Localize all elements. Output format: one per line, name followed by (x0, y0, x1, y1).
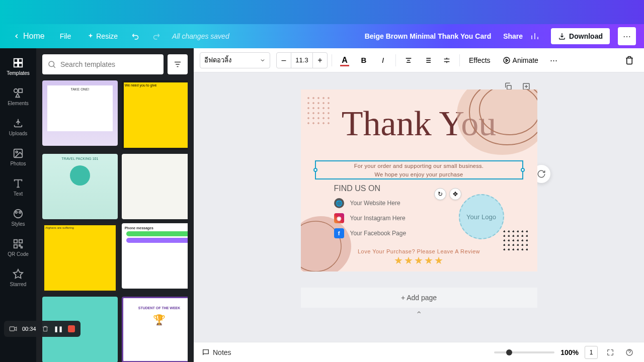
zoom-percentage[interactable]: 100% (560, 348, 579, 356)
facebook-row[interactable]: f Your Facebook Page (334, 228, 407, 238)
align-icon (405, 56, 413, 64)
move-button[interactable]: ✥ (449, 188, 461, 200)
zoom-slider[interactable] (494, 351, 554, 353)
add-page-button[interactable]: + Add page (301, 288, 537, 308)
page-indicator[interactable]: 1 (585, 346, 598, 359)
rotate-button[interactable]: ↻ (434, 188, 446, 200)
svg-rect-10 (19, 239, 22, 242)
text-icon (13, 178, 24, 189)
stop-recording-button[interactable] (67, 325, 75, 333)
template-thumbnail[interactable]: Afghans are suffering (42, 223, 118, 293)
svg-rect-3 (19, 63, 22, 66)
undo-button[interactable] (128, 28, 144, 44)
fullscreen-button[interactable] (604, 346, 617, 359)
text-tab[interactable]: Text (2, 173, 34, 201)
svg-rect-13 (21, 246, 23, 248)
svg-rect-9 (14, 239, 17, 242)
pause-recording-button[interactable]: ❚❚ (54, 325, 62, 333)
sparkle-icon (87, 33, 94, 40)
svg-rect-19 (10, 327, 14, 331)
download-button[interactable]: Download (551, 28, 610, 44)
element-controls: ↻ ✥ (434, 188, 461, 200)
svg-rect-12 (19, 244, 21, 246)
star-icon (13, 268, 24, 280)
starred-tab[interactable]: Starred (2, 263, 34, 292)
star-rating[interactable]: ★★★★★ (301, 254, 537, 266)
redo-icon (151, 32, 160, 41)
search-box[interactable] (42, 54, 164, 74)
templates-icon (13, 57, 24, 68)
help-button[interactable] (623, 346, 636, 359)
home-button[interactable]: Home (8, 29, 50, 44)
delete-recording-button[interactable] (41, 325, 49, 333)
social-list: 🌐 Your Website Here ◉ Your Instagram Her… (334, 198, 407, 238)
photos-icon (13, 148, 24, 159)
globe-icon: 🌐 (334, 198, 344, 208)
decorative-dots (306, 96, 330, 126)
svg-rect-5 (19, 88, 22, 92)
font-selector[interactable]: อีฟดอวลิ้ง (200, 52, 270, 68)
website-row[interactable]: 🌐 Your Website Here (334, 198, 407, 208)
canvas-area[interactable]: Thank You For your order and supporting … (194, 72, 644, 342)
text-color-button[interactable]: A (336, 52, 353, 68)
elements-icon (13, 87, 24, 99)
italic-button[interactable]: I (374, 52, 391, 68)
uploads-icon (13, 118, 24, 129)
search-input[interactable] (60, 60, 158, 68)
animate-button[interactable]: Animate (498, 52, 543, 68)
styles-tab[interactable]: Styles (2, 203, 34, 231)
fullscreen-icon (606, 348, 614, 356)
analytics-button[interactable] (527, 28, 543, 44)
svg-rect-11 (14, 244, 17, 247)
subtitle-text[interactable]: For your order and supporting our small … (301, 162, 537, 178)
page-chevron[interactable]: ⌃ (194, 308, 644, 321)
redo-button[interactable] (148, 28, 164, 44)
svg-rect-0 (14, 58, 18, 62)
font-size-increase[interactable]: + (313, 53, 327, 68)
chevron-down-icon (260, 57, 266, 63)
align-button[interactable] (400, 52, 417, 68)
template-thumbnail[interactable]: TAKE ONE! (42, 80, 118, 146)
camera-icon (9, 325, 17, 333)
font-size-input[interactable] (291, 53, 313, 68)
styles-icon (13, 208, 24, 219)
find-us-heading[interactable]: FIND US ON (334, 184, 380, 193)
document-title[interactable]: Beige Brown Minimal Thank You Card (365, 32, 492, 40)
templates-tab[interactable]: Templates (2, 52, 34, 80)
filter-icon (173, 60, 182, 69)
logo-placeholder[interactable]: Your Logo (459, 194, 504, 239)
template-thumbnail[interactable] (122, 154, 188, 219)
design-canvas[interactable]: Thank You For your order and supporting … (301, 89, 537, 272)
resize-menu[interactable]: Resize (81, 29, 124, 43)
svg-point-8 (14, 209, 23, 218)
filter-button[interactable] (168, 54, 188, 74)
decorative-blob (452, 89, 537, 160)
undo-icon (131, 32, 140, 41)
zoom-thumb[interactable] (506, 349, 512, 355)
review-text[interactable]: Love Your Purchase? Please Leave A Revie… (301, 248, 537, 254)
bold-button[interactable]: B (355, 52, 372, 68)
file-menu[interactable]: File (54, 29, 77, 43)
list-button[interactable] (419, 52, 436, 68)
font-size-group: – + (276, 52, 328, 68)
template-thumbnail[interactable]: We need you to give (122, 80, 188, 150)
effects-button[interactable]: Effects (464, 52, 496, 68)
more-button[interactable]: ⋯ (618, 27, 636, 45)
delete-button[interactable] (621, 52, 638, 68)
notes-button[interactable]: Notes (202, 348, 231, 356)
font-size-decrease[interactable]: – (277, 53, 291, 68)
uploads-tab[interactable]: Uploads (2, 113, 34, 141)
photos-tab[interactable]: Photos (2, 143, 34, 171)
chevron-left-icon (13, 33, 20, 40)
more-toolbar-button[interactable]: ⋯ (545, 52, 562, 68)
elements-tab[interactable]: Elements (2, 82, 34, 111)
spacing-button[interactable] (438, 52, 455, 68)
qrcode-tab[interactable]: QR Code (2, 233, 34, 261)
template-thumbnail[interactable]: STUDENT OF THE WEEK🏆 (122, 297, 188, 362)
instagram-row[interactable]: ◉ Your Instagram Here (334, 213, 407, 223)
template-thumbnail[interactable]: Phone messages (122, 223, 188, 289)
share-button[interactable]: Share (503, 32, 523, 40)
trash-icon (42, 325, 49, 332)
svg-point-7 (16, 151, 18, 153)
template-thumbnail[interactable]: TRAVEL PACKING 101 (42, 154, 118, 219)
